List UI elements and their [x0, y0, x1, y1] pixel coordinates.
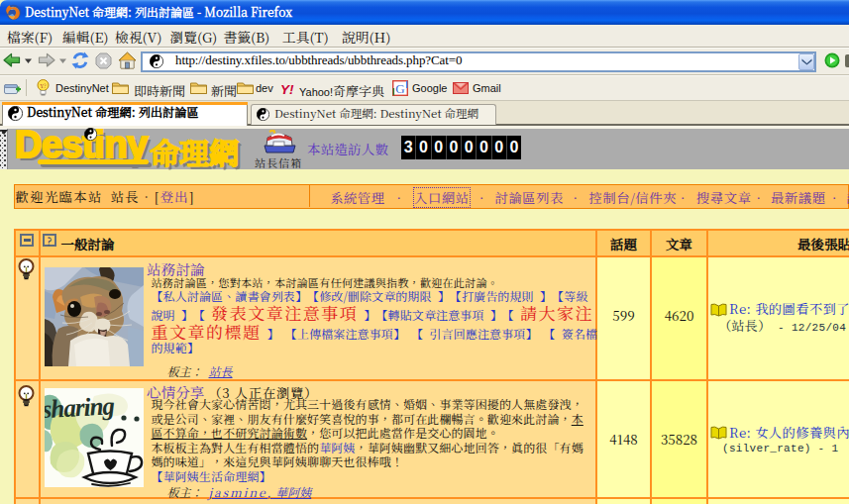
svg-text:Y?: Y?	[40, 81, 47, 90]
svg-text:G: G	[395, 81, 404, 96]
svg-text:sharing: sharing	[45, 391, 116, 424]
svg-text:Y!: Y!	[280, 82, 294, 95]
